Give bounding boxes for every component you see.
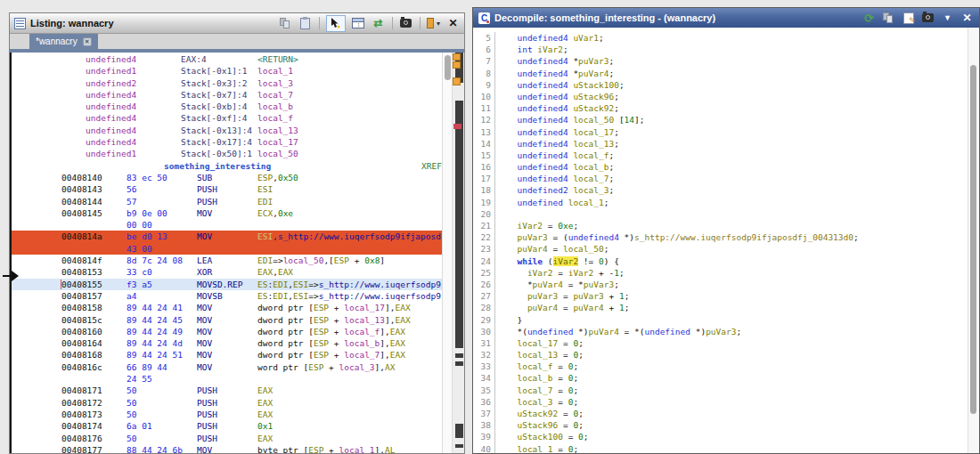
cursor-select-icon[interactable]	[326, 15, 346, 32]
listing-instruction-row[interactable]: 0040814083 ec 50SUBESP,0x50	[12, 172, 442, 183]
listing-scrollbar[interactable]	[442, 53, 453, 453]
line-number: 24	[473, 255, 495, 267]
listing-instruction-row[interactable]: 0040816c66 89 44MOVword ptr [ESP + local…	[12, 361, 442, 373]
decompile-line[interactable]: 13 undefined4 local_17;	[473, 126, 979, 138]
diff-view-icon[interactable]: ⇄	[372, 16, 385, 30]
listing-variable-row[interactable]: undefined2Stack[-0x3]:2local_3	[12, 77, 442, 89]
listing-variable-row[interactable]: undefined4Stack[-0x7]:4local_7	[12, 89, 442, 101]
decompile-line[interactable]: 35 local_7 = 0;	[473, 385, 979, 396]
tab-close-icon[interactable]: ✕	[83, 37, 92, 46]
decompile-line[interactable]: 29 }	[473, 314, 979, 326]
copy-icon[interactable]	[279, 16, 292, 30]
listing-variable-row[interactable]: undefined1Stack[-0x1]:1local_1	[12, 65, 442, 77]
scrollbar-thumb[interactable]	[445, 55, 451, 80]
decompile-line[interactable]: 6 int iVar2;	[473, 44, 979, 55]
decompile-line[interactable]: 7 undefined4 *puVar3;	[473, 55, 979, 67]
decompile-line[interactable]: 24 while (iVar2 != 0) {	[473, 255, 979, 267]
decompile-line[interactable]: 25 iVar2 = iVar2 + -1;	[473, 267, 979, 279]
decompile-line[interactable]: 10 undefined4 uStack96;	[473, 91, 979, 102]
decompile-line[interactable]: 26 *puVar4 = *puVar3;	[473, 279, 979, 290]
copy-icon[interactable]	[882, 11, 895, 25]
decompiler-icon: C	[478, 12, 490, 24]
snapshot-icon[interactable]	[399, 16, 412, 30]
listing-instruction-row[interactable]: 0040817150PUSHEAX	[12, 385, 442, 396]
listing-variable-row[interactable]: undefined1Stack[-0x50]:1local_50	[12, 148, 442, 159]
listing-instruction-row[interactable]: 0040814356PUSHESI	[12, 183, 442, 195]
listing-instruction-row[interactable]: 00408157a4MOVSBES:EDI,ESI=>s_http://www.…	[12, 290, 442, 302]
listing-instruction-row[interactable]: 00408145b9 0e 00MOVECX,0xe	[12, 207, 442, 219]
listing-instruction-row[interactable]: 0040815c89 44 24 45MOVdword ptr [ESP + l…	[12, 314, 442, 326]
decompile-line[interactable]: 28 puVar4 = puVar4 + 1;	[473, 302, 979, 313]
listing-instruction-row[interactable]: 0040814abe d0 13MOVESI,s_http://www.iuqe…	[12, 231, 442, 242]
decompile-line[interactable]: 32 local_13 = 0;	[473, 349, 979, 361]
pointer-icon	[331, 18, 340, 28]
decompile-line[interactable]: 39 uStack100 = 0;	[473, 431, 979, 442]
listing-variable-row[interactable]: undefined4Stack[-0x17]:4local_17	[12, 136, 442, 148]
decompile-line[interactable]: 14 undefined4 local_13;	[473, 138, 979, 150]
tab-wannacry[interactable]: *wannacry ✕	[29, 34, 98, 49]
decompile-line[interactable]: 36 local_3 = 0;	[473, 396, 979, 408]
menu-caret-icon: ▾	[437, 20, 440, 28]
decompile-line[interactable]: 23 puVar4 = local_50;	[473, 243, 979, 255]
close-icon[interactable]: ✕	[960, 11, 974, 25]
listing-instruction-row[interactable]: 0040815889 44 24 41MOVdword ptr [ESP + l…	[12, 302, 442, 313]
decompile-line[interactable]: 34 local_b = 0;	[473, 372, 979, 384]
decompile-line[interactable]: 17 undefined4 local_7;	[473, 173, 979, 184]
listing-label-row[interactable]: something_interestingXREF	[12, 160, 442, 172]
decompile-titlebar[interactable]: C Decompile: something_interesting - (wa…	[473, 8, 979, 28]
decompile-line[interactable]: 21 iVar2 = 0xe;	[473, 220, 979, 231]
paste-icon[interactable]	[298, 16, 312, 30]
decompile-line[interactable]: 15 undefined4 local_f;	[473, 150, 979, 161]
decompile-line[interactable]: 31 local_17 = 0;	[473, 337, 979, 349]
decompile-line[interactable]: 40 local_1 = 0;	[473, 443, 979, 453]
listing-instruction-row[interactable]: 0040814457PUSHEDI	[12, 196, 442, 207]
decompile-line[interactable]: 19 undefined local_1;	[473, 197, 979, 208]
listing-instruction-row[interactable]: 0040817788 44 24 6bMOVbyte ptr [ESP + lo…	[12, 444, 442, 453]
listing-instruction-row[interactable]: 0040816489 44 24 4dMOVdword ptr [ESP + l…	[12, 337, 442, 349]
decompile-line[interactable]: 11 undefined4 uStack92;	[473, 102, 979, 114]
decompile-line[interactable]: 20	[473, 208, 979, 220]
decompile-content[interactable]: 5 undefined4 uVar1;6 int iVar2;7 undefin…	[473, 28, 979, 453]
decompile-line[interactable]: 38 uStack96 = 0;	[473, 419, 979, 431]
decompile-line[interactable]: 37 uStack92 = 0;	[473, 408, 979, 419]
decompile-line[interactable]: 30 *(undefined *)puVar4 = *(undefined *)…	[473, 326, 979, 337]
scrollbar-thumb[interactable]	[970, 65, 976, 414]
decompile-line[interactable]: 22 puVar3 = (undefined4 *)s_http://www.i…	[473, 231, 979, 243]
decompile-line[interactable]: 16 undefined4 local_b;	[473, 161, 979, 173]
listing-instruction-row[interactable]: 0040816089 44 24 49MOVdword ptr [ESP + l…	[12, 326, 442, 337]
decompile-line[interactable]: 9 undefined4 uStack100;	[473, 79, 979, 91]
decompile-line[interactable]: 18 undefined2 local_3;	[473, 184, 979, 196]
listing-instruction-row[interactable]: 004081746a 01PUSH0x1	[12, 420, 442, 432]
listing-variable-row[interactable]: undefined4Stack[-0xb]:4local_b	[12, 101, 442, 112]
listing-bytes-continuation-row[interactable]: 00 00	[12, 219, 442, 231]
export-edit-icon[interactable]	[902, 11, 915, 25]
listing-instruction-row[interactable]: 0040817650PUSHEAX	[12, 433, 442, 444]
code-text: local_3 = 0;	[507, 396, 578, 408]
refresh-icon[interactable]: ⟳	[862, 11, 876, 25]
decompile-line[interactable]: 33 local_f = 0;	[473, 361, 979, 372]
listing-instruction-row[interactable]: 0040814f8d 7c 24 08LEAEDI=>local_50,[ESP…	[12, 255, 442, 266]
decompile-line[interactable]: 5 undefined4 uVar1;	[473, 32, 979, 44]
listing-instruction-row[interactable]: 0040816889 44 24 51MOVdword ptr [ESP + l…	[12, 349, 442, 361]
listing-titlebar[interactable]: Listing: wannacry ⇄ ▾ ✕	[10, 13, 464, 34]
listing-instruction-row[interactable]: 0040817350PUSHEAX	[12, 409, 442, 420]
snapshot-icon[interactable]	[921, 11, 935, 25]
bookmark-icon[interactable]: ▾	[427, 16, 440, 30]
listing-content[interactable]: undefined4EAX:4<RETURN>undefined1Stack[-…	[10, 53, 464, 453]
decompile-scrollbar[interactable]	[968, 28, 979, 453]
decompile-line[interactable]: 12 undefined4 local_50 [14];	[473, 114, 979, 126]
listing-variable-row[interactable]: undefined4Stack[-0xf]:4local_f	[12, 112, 442, 124]
decompile-line[interactable]: 27 puVar3 = puVar3 + 1;	[473, 290, 979, 302]
menu-caret-icon[interactable]: ▼	[941, 11, 954, 25]
listing-variable-row[interactable]: undefined4EAX:4<RETURN>	[12, 53, 442, 65]
close-icon[interactable]: ✕	[446, 16, 460, 30]
listing-instruction-row[interactable]: 0040815333 c0XOREAX,EAX	[12, 266, 442, 278]
edit-fields-icon[interactable]	[352, 16, 365, 30]
overview-marker-margin[interactable]	[453, 53, 464, 453]
decompile-line[interactable]: 8 undefined4 *puVar4;	[473, 68, 979, 79]
listing-bytes-continuation-row[interactable]: 43 00	[12, 243, 442, 255]
listing-bytes-continuation-row[interactable]: 24 55	[12, 373, 442, 385]
listing-instruction-row[interactable]: 00408155f3 a5MOVSD.REPES:EDI,ESI=>s_http…	[12, 279, 442, 290]
listing-variable-row[interactable]: undefined4Stack[-0x13]:4local_13	[12, 125, 442, 136]
listing-instruction-row[interactable]: 0040817250PUSHEAX	[12, 397, 442, 409]
